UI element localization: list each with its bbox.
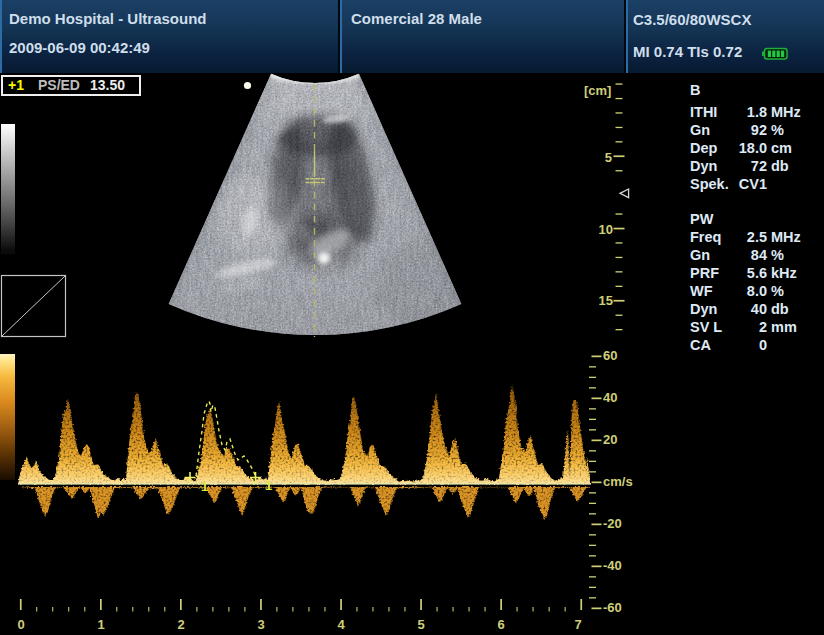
svg-text:1: 1 bbox=[265, 478, 272, 493]
svg-text:1: 1 bbox=[201, 479, 208, 494]
